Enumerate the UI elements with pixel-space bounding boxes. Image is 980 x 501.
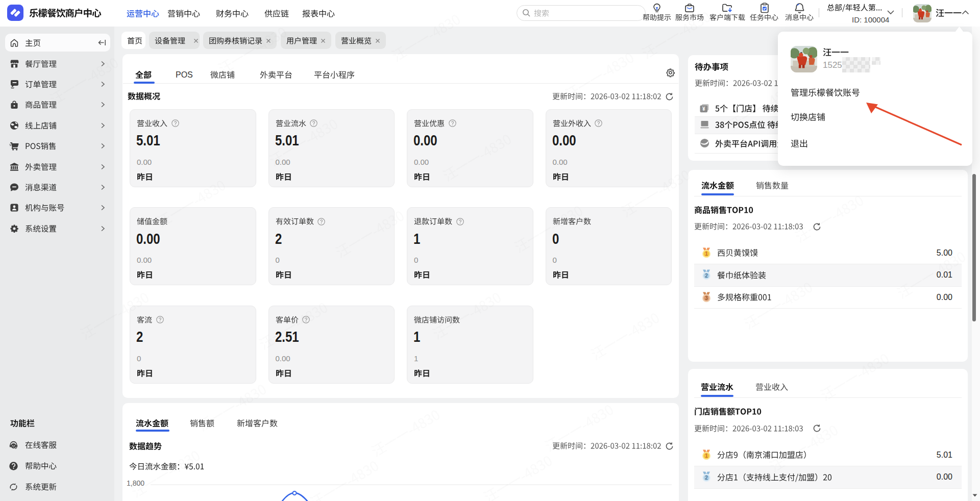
svg-text:2: 2 [705, 475, 708, 481]
svg-text:¥: ¥ [702, 106, 705, 112]
svg-text:1: 1 [705, 251, 708, 257]
svg-text:3: 3 [705, 295, 708, 301]
svg-text:2: 2 [705, 273, 708, 279]
svg-text:1: 1 [705, 453, 708, 459]
